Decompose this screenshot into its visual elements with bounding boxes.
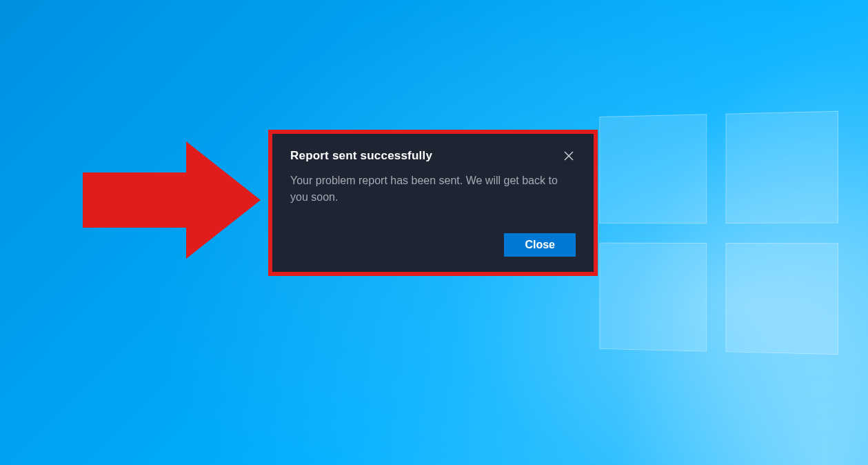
windows-logo-pane (725, 243, 838, 355)
dialog-header: Report sent successfully (290, 149, 576, 163)
windows-logo-pane (599, 114, 707, 224)
close-button[interactable]: Close (504, 233, 576, 257)
windows-logo-pane (599, 242, 707, 352)
dialog-title: Report sent successfully (290, 149, 432, 163)
report-sent-dialog: Report sent successfully Your problem re… (268, 130, 598, 276)
svg-marker-0 (83, 141, 261, 259)
windows-logo-pane (725, 111, 838, 224)
annotation-arrow-icon (83, 141, 262, 261)
windows-logo (599, 111, 838, 355)
close-icon[interactable] (562, 149, 576, 163)
dialog-body-text: Your problem report has been sent. We wi… (290, 172, 566, 206)
dialog-footer: Close (290, 233, 576, 257)
